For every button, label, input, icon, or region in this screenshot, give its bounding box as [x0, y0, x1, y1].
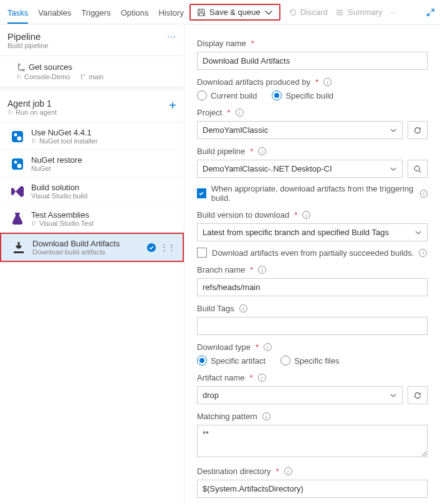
- project-select[interactable]: [197, 121, 403, 139]
- chevron-down-icon: [264, 8, 273, 17]
- list-icon: [335, 8, 344, 17]
- get-sources[interactable]: Get sources ⚐Console-Demo main: [0, 56, 184, 87]
- refresh-button[interactable]: [408, 121, 428, 139]
- branch-input[interactable]: [197, 278, 428, 296]
- info-icon[interactable]: i: [419, 249, 427, 257]
- more-actions[interactable]: ···: [390, 7, 396, 17]
- svg-point-4: [14, 160, 17, 163]
- dest-label: Destination directory: [197, 467, 271, 476]
- nuget-icon: [10, 129, 25, 144]
- partially-succeeded-checkbox[interactable]: [197, 248, 207, 258]
- add-task-button[interactable]: +: [169, 99, 176, 113]
- refresh-button[interactable]: [408, 386, 428, 404]
- save-icon: [197, 8, 206, 17]
- svg-rect-3: [12, 158, 23, 170]
- info-icon[interactable]: i: [420, 190, 428, 198]
- triggering-checkbox[interactable]: [197, 188, 206, 198]
- radio-specific-build[interactable]: Specific build: [272, 90, 333, 100]
- save-queue-label: Save & queue: [209, 7, 261, 17]
- pipeline-title: Pipeline: [7, 31, 48, 42]
- branch-label: Branch name: [197, 265, 245, 274]
- radio-specific-artifact[interactable]: Specific artifact: [197, 356, 265, 366]
- pipeline-subtitle: Build pipeline: [7, 42, 48, 49]
- agent-job-title[interactable]: Agent job 1: [7, 99, 57, 109]
- undo-icon: [288, 8, 297, 17]
- repo-icon: ⚐: [16, 74, 22, 80]
- branch-icon: [80, 74, 86, 80]
- test-icon: [10, 211, 25, 226]
- visual-studio-icon: [10, 184, 25, 199]
- info-icon[interactable]: i: [258, 266, 266, 274]
- discard-button[interactable]: Discard: [288, 7, 328, 17]
- link-icon: ⚐: [7, 109, 13, 116]
- tabs: Tasks Variables Triggers Options History: [0, 1, 184, 24]
- tab-history[interactable]: History: [158, 6, 183, 24]
- info-icon[interactable]: i: [258, 374, 266, 382]
- svg-rect-7: [14, 251, 24, 253]
- svg-point-1: [14, 133, 17, 136]
- summary-button[interactable]: Summary: [335, 7, 383, 17]
- build-version-select[interactable]: [197, 223, 428, 241]
- task-use-nuget[interactable]: Use NuGet 4.4.1⚐NuGet tool installer: [0, 123, 184, 150]
- drag-handle-icon[interactable]: ⋮⋮: [160, 243, 175, 252]
- check-circle-icon: [146, 243, 156, 253]
- tags-input[interactable]: [197, 317, 428, 335]
- expand-icon[interactable]: [426, 8, 435, 17]
- pattern-textarea[interactable]: [197, 425, 428, 457]
- info-icon[interactable]: i: [284, 467, 292, 475]
- info-icon[interactable]: i: [302, 211, 310, 219]
- display-name-label: Display name: [197, 39, 246, 48]
- task-build-solution[interactable]: Build solutionVisual Studio build: [0, 178, 184, 205]
- build-pipeline-label: Build pipeline: [197, 147, 245, 156]
- artifact-select[interactable]: [197, 386, 403, 404]
- download-type-label: Download type: [197, 342, 251, 352]
- pattern-label: Matching pattern: [197, 412, 257, 421]
- info-icon[interactable]: i: [239, 304, 247, 313]
- svg-point-9: [414, 166, 419, 171]
- tab-variables[interactable]: Variables: [38, 6, 71, 24]
- radio-specific-files[interactable]: Specific files: [280, 356, 339, 366]
- info-icon[interactable]: i: [236, 109, 244, 117]
- info-icon[interactable]: i: [258, 147, 266, 155]
- tags-label: Build Tags: [197, 304, 234, 313]
- display-name-input[interactable]: [197, 52, 428, 70]
- produced-by-label: Download artifacts produced by: [197, 77, 310, 87]
- save-queue-button[interactable]: Save & queue: [189, 4, 280, 21]
- tab-tasks[interactable]: Tasks: [7, 6, 28, 24]
- search-button[interactable]: [408, 160, 428, 178]
- build-pipeline-select[interactable]: [197, 160, 403, 178]
- info-icon[interactable]: i: [262, 412, 270, 420]
- task-test-assemblies[interactable]: Test Assemblies⚐Visual Studio Test: [0, 205, 184, 233]
- svg-point-5: [17, 163, 22, 168]
- dest-input[interactable]: [197, 480, 428, 498]
- download-icon: [11, 240, 26, 255]
- build-version-label: Build version to download: [197, 210, 289, 220]
- info-icon[interactable]: i: [264, 343, 272, 351]
- task-download-artifacts[interactable]: Download Build ArtifactsDownload build a…: [0, 233, 184, 262]
- tab-triggers[interactable]: Triggers: [81, 6, 110, 24]
- task-nuget-restore[interactable]: NuGet restoreNuGet: [0, 150, 184, 178]
- pipeline-more[interactable]: ···: [167, 31, 176, 41]
- radio-current-build[interactable]: Current build: [197, 90, 257, 100]
- artifact-label: Artifact name: [197, 373, 245, 382]
- info-icon[interactable]: i: [323, 78, 332, 86]
- project-label: Project: [197, 108, 222, 117]
- svg-rect-6: [15, 213, 20, 214]
- svg-rect-0: [12, 131, 23, 142]
- svg-point-2: [17, 136, 22, 140]
- nuget-icon: [10, 157, 25, 172]
- tab-options[interactable]: Options: [121, 6, 149, 24]
- source-icon: [16, 63, 25, 72]
